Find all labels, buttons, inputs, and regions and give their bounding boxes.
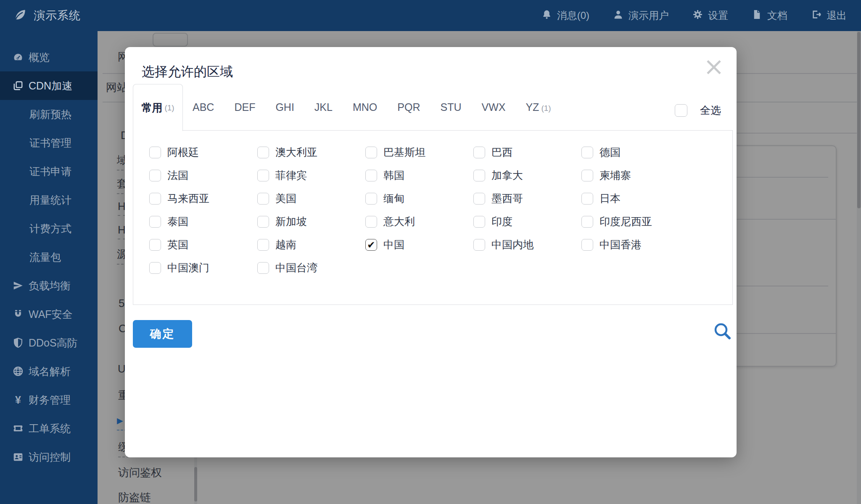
- checkbox[interactable]: [257, 170, 269, 181]
- region-checkbox-新加坡[interactable]: 新加坡: [257, 210, 365, 233]
- region-checkbox-中国澳门[interactable]: 中国澳门: [149, 256, 257, 279]
- checkbox[interactable]: [149, 147, 161, 158]
- checkbox[interactable]: [257, 147, 269, 158]
- region-checkbox-越南[interactable]: 越南: [257, 233, 365, 256]
- checkbox[interactable]: [365, 170, 377, 181]
- nav-item-4[interactable]: 文档: [752, 9, 787, 22]
- checkbox[interactable]: [581, 216, 593, 228]
- sidebar-item-CDN加速[interactable]: CDN加速: [0, 71, 98, 100]
- tab-bar: ABCDEFGHIJKLMNOPQRSTUVWXYZ(1): [182, 84, 561, 131]
- region-checkbox-柬埔寨[interactable]: 柬埔寨: [581, 164, 689, 187]
- sidebar-item-DDoS高防[interactable]: DDoS高防: [0, 328, 98, 357]
- tab-DEF[interactable]: DEF: [224, 101, 265, 113]
- checkbox[interactable]: [149, 216, 161, 228]
- region-checkbox-中国台湾[interactable]: 中国台湾: [257, 256, 365, 279]
- checkbox[interactable]: [473, 216, 485, 228]
- sidebar-item-证书申请[interactable]: 证书申请: [0, 157, 98, 186]
- sidebar-item-用量统计[interactable]: 用量统计: [0, 186, 98, 214]
- sidebar-item-刷新预热[interactable]: 刷新预热: [0, 100, 98, 129]
- tab-changyong[interactable]: 常用 (1): [133, 84, 183, 131]
- sidebar-item-证书管理[interactable]: 证书管理: [0, 129, 98, 157]
- region-checkbox-英国[interactable]: 英国: [149, 233, 257, 256]
- checkbox[interactable]: [473, 239, 485, 251]
- region-checkbox-马来西亚[interactable]: 马来西亚: [149, 187, 257, 210]
- checkbox[interactable]: [257, 216, 269, 228]
- region-checkbox-巴基斯坦[interactable]: 巴基斯坦: [365, 141, 473, 164]
- tab-STU[interactable]: STU: [430, 101, 471, 113]
- region-checkbox-中国内地[interactable]: 中国内地: [473, 233, 581, 256]
- sidebar-item-label: 访问控制: [29, 450, 71, 464]
- sidebar-item-负载均衡[interactable]: 负载均衡: [0, 271, 98, 300]
- tab-GHI[interactable]: GHI: [265, 101, 304, 113]
- checkbox[interactable]: [149, 193, 161, 205]
- checkbox[interactable]: [365, 147, 377, 158]
- nav-item-label: 消息(0): [557, 9, 589, 22]
- region-checkbox-中国香港[interactable]: 中国香港: [581, 233, 689, 256]
- close-icon[interactable]: [704, 57, 724, 77]
- region-checkbox-日本[interactable]: 日本: [581, 187, 689, 210]
- checkbox[interactable]: [581, 147, 593, 158]
- sidebar-item-计费方式[interactable]: 计费方式: [0, 214, 98, 243]
- plane-icon: [13, 280, 24, 291]
- region-checkbox-墨西哥[interactable]: 墨西哥: [473, 187, 581, 210]
- tab-VWX[interactable]: VWX: [471, 101, 515, 113]
- region-checkbox-印度尼西亚[interactable]: 印度尼西亚: [581, 210, 689, 233]
- region-checkbox-韩国[interactable]: 韩国: [365, 164, 473, 187]
- region-checkbox-菲律宾[interactable]: 菲律宾: [257, 164, 365, 187]
- region-checkbox-美国[interactable]: 美国: [257, 187, 365, 210]
- magnet-icon: [13, 309, 24, 320]
- checkbox[interactable]: [581, 193, 593, 205]
- brand[interactable]: 演示系统: [13, 8, 81, 24]
- checkbox[interactable]: [149, 170, 161, 181]
- sidebar-item-访问控制[interactable]: 访问控制: [0, 443, 98, 471]
- region-checkbox-法国[interactable]: 法国: [149, 164, 257, 187]
- region-checkbox-阿根廷[interactable]: 阿根廷: [149, 141, 257, 164]
- checkbox[interactable]: [257, 193, 269, 205]
- region-checkbox-印度[interactable]: 印度: [473, 210, 581, 233]
- sidebar-item-域名解析[interactable]: 域名解析: [0, 357, 98, 386]
- checkbox[interactable]: [149, 239, 161, 251]
- region-checkbox-缅甸[interactable]: 缅甸: [365, 187, 473, 210]
- tab-MNO[interactable]: MNO: [343, 101, 387, 113]
- checked-checkbox[interactable]: ✔: [365, 239, 377, 251]
- nav-item-3[interactable]: 设置: [692, 9, 728, 22]
- checkbox[interactable]: [257, 262, 269, 274]
- sidebar-item-流量包[interactable]: 流量包: [0, 243, 98, 271]
- region-checkbox-澳大利亚[interactable]: 澳大利亚: [257, 141, 365, 164]
- sidebar-item-财务管理[interactable]: ¥财务管理: [0, 386, 98, 414]
- sidebar-item-label: 证书管理: [29, 136, 71, 150]
- sidebar-item-label: 刷新预热: [29, 108, 71, 121]
- confirm-button[interactable]: 确定: [133, 320, 192, 348]
- select-all-checkbox[interactable]: 全选: [675, 103, 721, 117]
- checkbox[interactable]: [365, 216, 377, 228]
- navbar-menu: 消息(0)演示用户设置文档退出: [541, 9, 847, 22]
- checkbox[interactable]: [473, 193, 485, 205]
- region-checkbox-巴西[interactable]: 巴西: [473, 141, 581, 164]
- region-checkbox-加拿大[interactable]: 加拿大: [473, 164, 581, 187]
- tab-ABC[interactable]: ABC: [182, 101, 224, 113]
- checkbox[interactable]: [581, 170, 593, 181]
- tab-YZ[interactable]: YZ(1): [515, 101, 561, 113]
- region-checkbox-泰国[interactable]: 泰国: [149, 210, 257, 233]
- region-checkbox-中国[interactable]: ✔中国: [365, 233, 473, 256]
- tab-JKL[interactable]: JKL: [304, 101, 343, 113]
- checkbox[interactable]: [365, 193, 377, 205]
- region-checkbox-德国[interactable]: 德国: [581, 141, 689, 164]
- search-icon[interactable]: [713, 322, 734, 343]
- checkbox[interactable]: [473, 170, 485, 181]
- region-checkbox-意大利[interactable]: 意大利: [365, 210, 473, 233]
- checkbox[interactable]: [473, 147, 485, 158]
- nav-item-label: 设置: [708, 9, 728, 22]
- sidebar-item-WAF安全[interactable]: WAF安全: [0, 300, 98, 328]
- nav-item-1[interactable]: 消息(0): [541, 9, 589, 22]
- tab-PQR[interactable]: PQR: [387, 101, 430, 113]
- checkbox[interactable]: [149, 262, 161, 274]
- checkbox[interactable]: [581, 239, 593, 251]
- screen: 网网站D域套HH源5CU重▶W缓访问鉴权防盗链 演示系统 消息(0)演示用户设置…: [0, 0, 861, 504]
- sidebar-item-工单系统[interactable]: 工单系统: [0, 414, 98, 443]
- sidebar-item-概览[interactable]: 概览: [0, 43, 98, 71]
- checkbox[interactable]: [675, 104, 687, 117]
- nav-item-2[interactable]: 演示用户: [613, 9, 669, 22]
- nav-item-5[interactable]: 退出: [811, 9, 847, 22]
- checkbox[interactable]: [257, 239, 269, 251]
